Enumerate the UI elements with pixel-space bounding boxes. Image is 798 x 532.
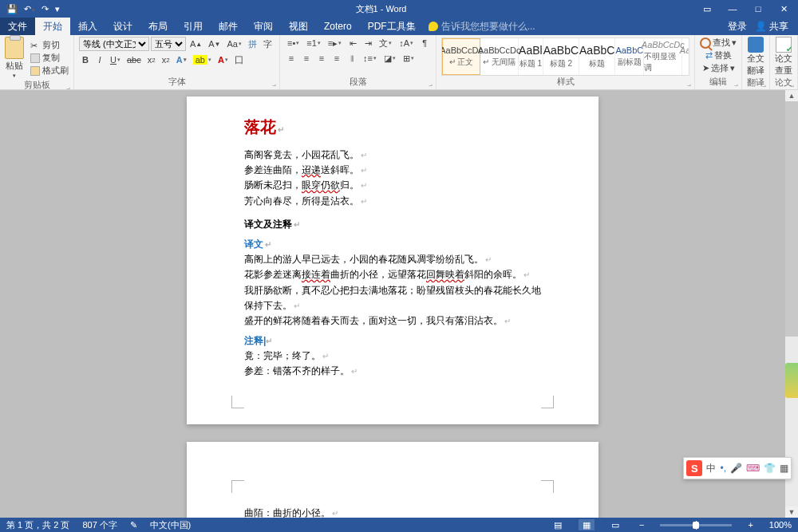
side-widget[interactable] [785,363,798,398]
find-button[interactable]: 查找 ▾ [700,37,737,49]
scrollbar-thumb[interactable] [785,101,798,337]
tab-insert[interactable]: 插入 [70,18,105,35]
multilevel-button[interactable]: ≡▸ [326,37,344,49]
ime-toolbar[interactable]: S 中 •, 🎤 ⌨ 👕 ▦ [683,457,792,479]
align-left-button[interactable]: ≡ [285,52,298,65]
ime-skin-icon[interactable]: 👕 [764,463,776,474]
italic-button[interactable]: I [93,53,106,66]
increase-indent-button[interactable]: ⇥ [361,37,374,49]
shrink-font-button[interactable]: A▼ [206,37,223,50]
ime-lang-toggle[interactable]: 中 [706,462,716,475]
tab-mailings[interactable]: 邮件 [211,18,246,35]
line-spacing-button[interactable]: ↕≡ [361,52,379,65]
web-layout-button[interactable]: ▭ [607,519,623,530]
grow-font-button[interactable]: A▲ [188,37,204,50]
select-button[interactable]: ➤选择 ▾ [702,62,735,74]
align-center-button[interactable]: ≡ [300,52,313,65]
style-gallery[interactable]: AaBbCcDc↵ 正文AaBbCcDc↵ 无间隔AaBl标题 1AaBbC标题… [441,37,689,76]
bold-button[interactable]: B [79,53,92,66]
char-border-button[interactable]: 囗 [232,53,246,66]
font-size-select[interactable]: 五号 [151,37,186,51]
style-item[interactable]: AaBbCcDc↵ 正文 [442,38,480,75]
minimize-icon[interactable]: — [721,4,744,14]
paste-button[interactable]: 粘贴 ▾ [5,37,24,79]
change-case-button[interactable]: Aa [225,37,244,50]
style-item[interactable]: AaBbC副标题 [615,38,644,75]
tab-review[interactable]: 审阅 [246,18,281,35]
read-mode-button[interactable]: ▤ [550,519,566,530]
phonetic-guide-button[interactable]: 拼 [246,37,259,50]
signin-link[interactable]: 登录 [728,20,747,33]
tab-view[interactable]: 视图 [281,18,316,35]
ime-punct-toggle[interactable]: •, [720,463,726,474]
poem-line: 肠断未忍扫，眼穿仍欲归。 [244,178,541,193]
tab-pdftools[interactable]: PDF工具集 [360,18,424,35]
close-icon[interactable]: ✕ [772,4,795,14]
print-layout-button[interactable]: ▦ [579,519,595,530]
undo-icon[interactable]: ↶ [24,4,35,14]
save-icon[interactable]: 💾 [6,4,18,14]
underline-button[interactable]: U [108,53,123,66]
ribbon-options-icon[interactable]: ▭ [696,4,718,14]
zoom-knob[interactable] [693,522,699,529]
qat-more-icon[interactable]: ▾ [55,4,60,14]
tell-me-search[interactable]: 告诉我您想要做什么... [429,20,535,33]
document-area[interactable]: 落花 高阁客竟去，小园花乱飞。参差连曲陌，迢递送斜晖。肠断未忍扫，眼穿仍欲归。芳… [0,90,785,518]
zoom-slider[interactable] [660,524,732,526]
sogou-logo-icon[interactable]: S [686,460,702,476]
style-item[interactable]: AaBbC标题 [579,38,615,75]
sort-button[interactable]: ↕A [397,37,416,49]
style-item[interactable]: AaBbCcDc不明显强调 [644,38,682,75]
tab-file[interactable]: 文件 [0,18,35,35]
page-indicator[interactable]: 第 1 页，共 2 页 [6,519,69,531]
cut-button[interactable]: ✂剪切 [30,39,69,51]
borders-button[interactable]: ⊞ [401,52,417,65]
maximize-icon[interactable]: □ [747,4,769,14]
font-name-select[interactable]: 等线 (中文正文 [79,37,149,51]
style-item[interactable]: AaBbCcDc↵ 无间隔 [480,38,519,75]
ime-keyboard-icon[interactable]: ⌨ [746,463,760,474]
tab-references[interactable]: 引用 [176,18,211,35]
zoom-out-button[interactable]: − [636,520,647,530]
tab-layout[interactable]: 布局 [140,18,176,35]
enclose-char-button[interactable]: 字 [261,37,275,50]
shading-button[interactable]: ◪ [381,52,398,65]
font-color-button[interactable]: A [215,53,231,66]
format-painter-button[interactable]: 格式刷 [30,65,69,77]
language-indicator[interactable]: 中文(中国) [150,519,191,531]
tab-design[interactable]: 设计 [105,18,140,35]
asian-layout-button[interactable]: 文 [377,37,394,49]
text-effects-button[interactable]: A [174,53,189,66]
ime-voice-icon[interactable]: 🎤 [730,463,742,474]
scroll-down-icon[interactable]: ▼ [785,506,798,518]
align-right-button[interactable]: ≡ [315,52,328,65]
style-item[interactable]: AaBbCcDc强调 [682,38,689,75]
redo-icon[interactable]: ↷ [41,4,49,14]
numbering-button[interactable]: ≡1 [304,37,323,49]
superscript-button[interactable]: x2 [160,53,172,66]
tab-home[interactable]: 开始 [35,18,70,35]
bullets-button[interactable]: ≡• [285,37,302,49]
justify-button[interactable]: ≡ [330,52,343,65]
style-item[interactable]: AaBl标题 1 [519,38,543,75]
copy-button[interactable]: 复制 [30,52,69,64]
distribute-button[interactable]: ⫴ [346,52,358,65]
show-marks-button[interactable]: ¶ [418,37,431,49]
word-count[interactable]: 807 个字 [82,519,117,531]
ime-menu-icon[interactable]: ▦ [780,463,788,474]
tab-zotero[interactable]: Zotero [316,18,360,35]
proofing-icon[interactable]: ✎ [130,520,137,530]
style-item[interactable]: AaBbC标题 2 [543,38,579,75]
zoom-in-button[interactable]: + [745,520,756,530]
replace-button[interactable]: ⇄替换 [705,49,732,61]
scroll-up-icon[interactable]: ▲ [785,90,798,101]
highlight-button[interactable]: ab [191,53,214,66]
subscript-button[interactable]: x2 [145,53,158,66]
translate-button[interactable]: 全文 翻译 [747,37,764,77]
plagiarism-button[interactable]: ✔ 论文 查重 [775,37,792,77]
strike-button[interactable]: abc [124,53,144,66]
decrease-indent-button[interactable]: ⇤ [346,37,359,49]
zoom-level[interactable]: 100% [769,520,792,530]
vertical-scrollbar[interactable]: ▲ ▼ [785,90,798,518]
share-button[interactable]: 👤 共享 [755,20,788,33]
